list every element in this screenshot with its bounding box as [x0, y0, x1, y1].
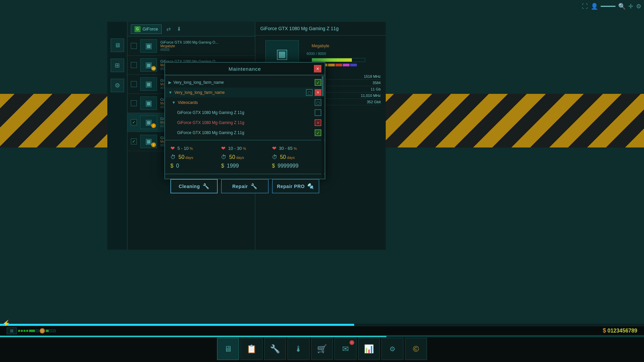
temperature-icon: 🌡	[294, 344, 303, 354]
stat-cost-3: $ 9999999	[272, 163, 319, 169]
modal-scrollbar[interactable]	[321, 75, 324, 179]
tree-checkbox-farm1[interactable]	[315, 79, 321, 86]
detail-title: GiForce GTX 1080 Mg Gaming Z 11g	[255, 22, 386, 36]
item-checkbox-0[interactable]	[131, 43, 137, 49]
tree-close-farm2[interactable]: ×	[315, 89, 321, 96]
stat-col-1: ❤ 5 - 10 % ⏱ 50 days $ 0	[170, 145, 218, 169]
tree-checkbox-gpu2[interactable]	[315, 119, 321, 126]
tree-checkbox-farm2[interactable]	[306, 89, 313, 96]
stat-days-3: ⏱ 50 days	[272, 154, 319, 160]
taskbar-btn-tools[interactable]: 🔧	[264, 338, 286, 360]
tree-checkbox-videocards[interactable]	[315, 99, 321, 106]
sidebar-icon-settings[interactable]: ⚙	[111, 79, 124, 92]
fullscreen-icon[interactable]: ⛶	[582, 3, 588, 10]
xp-bar	[29, 329, 39, 332]
list-item[interactable]: ▣ GiForce GTX 1080 Mg Gaming O... Megaby…	[127, 37, 255, 56]
stat-val-memory: 3584	[373, 81, 381, 85]
item-badge-1: M	[151, 66, 156, 71]
heart-icon-2: ❤	[221, 145, 225, 152]
clock-icon-2: ⏱	[221, 154, 226, 160]
tree-item-gpu3[interactable]: GiForce GTX 1080 Mg Gaming Z 11g	[165, 128, 325, 138]
item-checkbox-3[interactable]	[131, 100, 137, 106]
item-info-0: GiForce GTX 1080 Mg Gaming O... Megabyte…	[160, 40, 252, 52]
item-checkbox-1[interactable]	[131, 62, 137, 68]
taskbar-progress-bar	[0, 336, 644, 337]
taskbar: 🖥 📋 🔧 🌡 🛒 ✉ ! 📊 ⚙ ©	[0, 335, 644, 362]
xp-dot	[18, 330, 20, 332]
maintenance-modal: Maintenance × ▶ Very_long_long_farm_name…	[164, 62, 325, 179]
repair-pro-label: Repair PRO	[277, 184, 305, 189]
repair-action-button[interactable]: Repair 🔧	[221, 179, 268, 193]
tree-checkbox-gpu3[interactable]	[315, 129, 321, 136]
item-checkbox-2[interactable]	[131, 81, 137, 87]
stat-val-bandwidth: 352 Gbit	[367, 100, 381, 104]
tree-item-farm2[interactable]: ▼ Very_long_long_farm_name ×	[165, 87, 325, 98]
item-badge-4: ⚡	[151, 123, 156, 128]
repair-action-label: Repair	[232, 184, 248, 189]
cleaning-icon: 🔧	[203, 183, 210, 189]
move-icon[interactable]: ✛	[628, 3, 633, 10]
tree-item-gpu1[interactable]: GiForce GTX 1080 Mg Gaming Z 11g	[165, 108, 325, 118]
item-badge-5: ⚡	[151, 142, 156, 147]
pc-icon: 🖥	[224, 344, 232, 354]
heart-icon-1: ❤	[170, 145, 175, 152]
tab-giforce[interactable]: G GiForce	[131, 24, 162, 34]
tree-arrow-3: ▼	[172, 100, 176, 105]
taskbar-btn-pc[interactable]: 🖥	[217, 338, 239, 360]
taskbar-btn-ico[interactable]: ⚙	[381, 338, 404, 360]
tools-icon: 🔧	[270, 344, 280, 354]
detail-health-bar	[312, 58, 365, 62]
item-name-0: GiForce GTX 1080 Mg Gaming O...	[160, 40, 237, 44]
statusbar-left: ⊞	[7, 327, 56, 334]
tree-label-gpu2: GiForce GTX 1080 Mg Gaming Z 11g	[177, 120, 313, 125]
tab-download-icon[interactable]: ⬇	[175, 24, 182, 34]
profile-icon[interactable]: 👤	[591, 3, 598, 10]
stat-days-1: ⏱ 50 days	[170, 154, 218, 160]
xp-dot	[23, 330, 25, 332]
cleaning-button[interactable]: Cleaning 🔧	[170, 179, 218, 193]
stat-val-vram: 11 Gb	[371, 87, 381, 91]
stat-pct-1: 5 - 10 %	[177, 146, 193, 151]
xp-bar2-fill	[46, 330, 49, 332]
repair-pro-button[interactable]: Repair PRO 🔩	[272, 179, 319, 193]
taskbar-btn-email[interactable]: ✉ !	[334, 338, 357, 360]
zoom-icon[interactable]: 🔍	[618, 3, 626, 10]
money-value: 0123456789	[607, 328, 637, 334]
tree-item-farm1[interactable]: ▶ Very_long_long_farm_name	[165, 77, 325, 87]
sidebar-icon-computer[interactable]: 🖥	[111, 39, 124, 52]
taskbar-btn-inventory[interactable]: 📋	[240, 338, 263, 360]
settings-icon[interactable]: ⚙	[636, 3, 641, 10]
clock-icon-1: ⏱	[170, 154, 176, 160]
tree-item-videocards[interactable]: ▼ Videocards	[165, 98, 325, 108]
sidebar-icon-parts[interactable]: ⊞	[111, 59, 124, 72]
tree-label-gpu3: GiForce GTX 1080 Mg Gaming Z 11g	[177, 130, 313, 135]
stat-cost-val-1: 0	[176, 163, 179, 169]
maintenance-titlebar: Maintenance ×	[165, 63, 325, 75]
tree-checkbox-gpu1[interactable]	[315, 109, 321, 116]
sidebar: 🖥 ⊞ ⚙	[107, 22, 127, 250]
maintenance-buttons: Cleaning 🔧 Repair 🔧 Repair PRO 🔩	[165, 174, 325, 198]
taskbar-btn-coin[interactable]: ©	[405, 338, 427, 360]
taskbar-progress-fill	[0, 336, 386, 337]
taskbar-btn-temperature[interactable]: 🌡	[287, 338, 310, 360]
store-icon: 🛒	[317, 344, 327, 354]
item-brand-0: Megabyte	[160, 44, 252, 48]
tree-item-gpu2[interactable]: GiForce GTX 1080 Mg Gaming Z 11g	[165, 118, 325, 128]
item-thumbnail-5: ▣ ⚡	[140, 135, 157, 148]
statusbar: ⊞ $ 0123456789	[0, 326, 644, 335]
item-checkbox-5[interactable]	[131, 138, 137, 144]
maintenance-tree: ▶ Very_long_long_farm_name ▼ Very_long_l…	[165, 75, 325, 140]
taskbar-btn-stats[interactable]: 📊	[358, 338, 380, 360]
taskbar-btn-store[interactable]: 🛒	[311, 338, 333, 360]
xp-bar-fill	[29, 330, 35, 332]
maintenance-close-button[interactable]: ×	[314, 65, 321, 72]
tab-swap-icon[interactable]: ⇄	[165, 24, 172, 34]
maintenance-stats: ❤ 5 - 10 % ⏱ 50 days $ 0 ❤	[165, 140, 325, 174]
dollar-icon-1: $	[170, 163, 173, 169]
item-thumbnail-0: ▣	[140, 39, 157, 53]
stat-col-2: ❤ 10 - 30 % ⏱ 50 days $ 1999	[221, 145, 268, 169]
item-checkbox-4[interactable]	[131, 119, 137, 125]
minimize-bar-icon[interactable]: ━━━━	[601, 3, 615, 10]
tree-label-gpu1: GiForce GTX 1080 Mg Gaming Z 11g	[177, 110, 313, 115]
inventory-tab-bar: G GiForce ⇄ ⬇	[127, 22, 255, 37]
